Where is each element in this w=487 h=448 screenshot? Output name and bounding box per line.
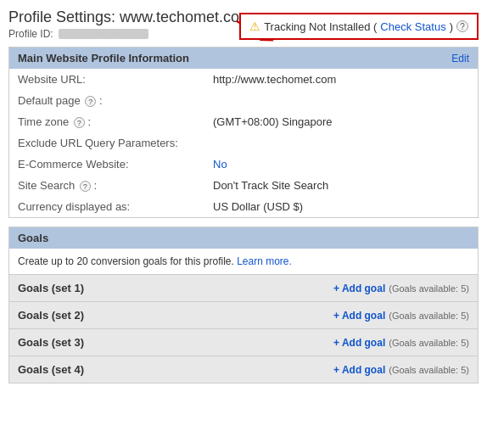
add-goal-4-link[interactable]: + Add goal <box>333 364 385 376</box>
goals-title: Goals <box>18 232 48 244</box>
goal-set-3-actions: + Add goal (Goals available: 5) <box>333 337 469 349</box>
goal-set-row-2: Goals (set 2) + Add goal (Goals availabl… <box>9 301 478 328</box>
add-goal-2-link[interactable]: + Add goal <box>333 310 385 322</box>
learn-more-link[interactable]: Learn more. <box>237 255 292 267</box>
field-label: Currency displayed as: <box>9 196 204 217</box>
field-value: Don't Track Site Search <box>204 175 478 196</box>
main-profile-section: Main Website Profile Information Edit We… <box>8 47 479 218</box>
field-value: http://www.techomet.com <box>204 69 478 90</box>
table-row: Time zone ? : (GMT+08:00) Singapore <box>9 111 478 132</box>
add-goal-3-link[interactable]: + Add goal <box>333 337 385 349</box>
field-label: Site Search ? : <box>9 175 204 196</box>
warning-icon: ⚠ <box>249 20 260 33</box>
field-value <box>204 90 478 111</box>
goal-set-1-available: (Goals available: 5) <box>389 283 469 294</box>
profile-id-value: UA-XXXXX-X <box>59 29 149 39</box>
goal-set-2-actions: + Add goal (Goals available: 5) <box>333 310 469 322</box>
table-row: Default page ? : <box>9 90 478 111</box>
goal-set-3-label: Goals (set 3) <box>18 336 84 349</box>
profile-id-label: Profile ID: <box>8 28 53 40</box>
edit-link[interactable]: Edit <box>451 53 469 64</box>
field-label: E-Commerce Website: <box>9 154 204 175</box>
goal-set-row-4: Goals (set 4) + Add goal (Goals availabl… <box>9 356 478 383</box>
tracking-status-box: ⚠ Tracking Not Installed ( Check Status … <box>239 13 479 40</box>
goal-set-2-available: (Goals available: 5) <box>389 311 469 321</box>
table-row: Site Search ? : Don't Track Site Search <box>9 175 478 196</box>
help-icon[interactable]: ? <box>85 96 96 107</box>
profile-info-table: Website URL: http://www.techomet.com Def… <box>9 69 478 217</box>
tracking-paren-close: ) <box>450 20 453 33</box>
field-label: Default page ? : <box>9 90 204 111</box>
goal-set-1-actions: + Add goal (Goals available: 5) <box>333 283 469 294</box>
tracking-not-installed-text: Tracking Not Installed ( <box>264 20 377 33</box>
field-value <box>204 132 478 154</box>
field-value: (GMT+08:00) Singapore <box>204 111 478 132</box>
tracking-help-icon[interactable]: ? <box>456 20 468 32</box>
goals-intro: Create up to 20 conversion goals for thi… <box>9 249 478 274</box>
goal-set-4-label: Goals (set 4) <box>18 363 84 376</box>
table-row: Currency displayed as: US Dollar (USD $) <box>9 196 478 217</box>
goals-section-header: Goals <box>9 227 478 249</box>
goal-set-2-label: Goals (set 2) <box>18 309 84 322</box>
goal-set-4-available: (Goals available: 5) <box>389 365 469 375</box>
add-goal-1-link[interactable]: + Add goal <box>333 283 385 294</box>
check-status-link[interactable]: Check Status <box>380 20 445 33</box>
help-icon[interactable]: ? <box>80 181 91 192</box>
goal-set-4-actions: + Add goal (Goals available: 5) <box>333 364 469 376</box>
goal-set-row-3: Goals (set 3) + Add goal (Goals availabl… <box>9 328 478 356</box>
goals-section: Goals Create up to 20 conversion goals f… <box>8 227 479 384</box>
goals-intro-text: Create up to 20 conversion goals for thi… <box>18 255 234 267</box>
field-label: Time zone ? : <box>9 111 204 132</box>
table-row: E-Commerce Website: No <box>9 154 478 175</box>
goal-set-1-label: Goals (set 1) <box>18 282 84 294</box>
goal-set-row-1: Goals (set 1) + Add goal (Goals availabl… <box>9 274 478 301</box>
main-section-title: Main Website Profile Information <box>18 52 189 64</box>
help-icon[interactable]: ? <box>74 117 85 128</box>
table-row: Exclude URL Query Parameters: <box>9 132 478 154</box>
field-label: Exclude URL Query Parameters: <box>9 132 204 154</box>
table-row: Website URL: http://www.techomet.com <box>9 69 478 90</box>
goal-set-3-available: (Goals available: 5) <box>389 338 469 348</box>
main-section-header: Main Website Profile Information Edit <box>9 48 478 69</box>
field-label: Website URL: <box>9 69 204 90</box>
field-value: No <box>204 154 478 175</box>
field-value: US Dollar (USD $) <box>204 196 478 217</box>
